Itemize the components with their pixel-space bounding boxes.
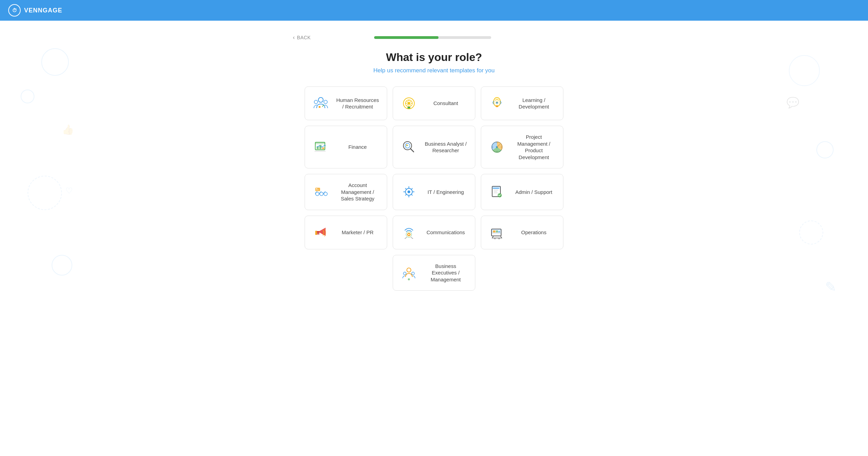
role-card-marketer[interactable]: Marketer / PR (305, 216, 387, 249)
role-grid-last-row: Business Executives / Management (305, 255, 563, 291)
role-card-human-resources[interactable]: Human Resources / Recruitment (305, 86, 387, 120)
decor-circle-4 (52, 255, 72, 276)
svg-rect-32 (494, 191, 497, 192)
role-card-analyst[interactable]: Business Analyst / Researcher (393, 126, 475, 168)
svg-rect-20 (315, 188, 320, 191)
svg-rect-33 (494, 193, 498, 193)
decor-circle-1 (41, 48, 69, 76)
decor-circle-2 (21, 90, 34, 103)
svg-rect-14 (315, 151, 326, 152)
logo-text: VENNGAGE (24, 7, 62, 14)
svg-rect-22 (316, 190, 319, 190)
executives-icon (400, 264, 418, 282)
role-card-engineering[interactable]: IT / Engineering (393, 174, 475, 210)
sales-label: Account Management / Sales Strategy (335, 182, 380, 202)
nav-bar: ‹ BACK (293, 34, 575, 41)
back-label: BACK (297, 35, 311, 40)
svg-point-46 (494, 238, 496, 239)
decor-circle-5 (789, 55, 820, 86)
svg-point-25 (324, 192, 327, 196)
marketer-label: Marketer / PR (335, 229, 380, 236)
role-card-consultant[interactable]: Consultant (393, 86, 475, 120)
decor-shape-1: ✎ (825, 279, 840, 294)
page-subheading: Help us recommend relevant templates for… (373, 67, 495, 74)
role-card-executives[interactable]: Business Executives / Management (393, 255, 475, 291)
finance-icon (312, 138, 330, 156)
role-card-learning[interactable]: Learning / Development (481, 86, 563, 120)
consultant-label: Consultant (423, 100, 468, 107)
admin-icon (488, 183, 506, 201)
role-card-finance[interactable]: Finance (305, 126, 387, 168)
svg-point-50 (412, 272, 414, 275)
logo: ⏱ VENNGAGE (8, 4, 62, 17)
decor-circle-3 (28, 176, 62, 210)
project-label: Project Management / Product Development (511, 134, 556, 160)
analyst-label: Business Analyst / Researcher (423, 141, 468, 154)
role-card-project[interactable]: Project Management / Product Development (481, 126, 563, 168)
role-card-operations[interactable]: Operations (481, 216, 563, 249)
svg-rect-13 (315, 142, 325, 144)
svg-rect-44 (498, 231, 500, 232)
decor-shape-4: 💬 (786, 96, 799, 108)
consultant-icon (400, 94, 418, 112)
svg-rect-3 (319, 106, 320, 108)
operations-icon (488, 224, 506, 241)
sales-icon (312, 183, 330, 201)
project-icon (488, 138, 506, 156)
back-arrow-icon: ‹ (293, 34, 295, 41)
svg-rect-36 (315, 231, 317, 235)
learning-label: Learning / Development (511, 97, 556, 110)
svg-rect-35 (317, 231, 319, 235)
svg-point-38 (408, 234, 410, 235)
svg-point-49 (403, 272, 406, 275)
svg-rect-10 (496, 105, 498, 106)
svg-rect-21 (316, 188, 317, 189)
svg-rect-31 (494, 190, 498, 190)
role-card-communications[interactable]: Communications (393, 216, 475, 249)
admin-label: Admin / Support (511, 189, 556, 196)
svg-point-47 (498, 238, 500, 239)
svg-rect-7 (407, 107, 410, 108)
progress-bar (374, 36, 491, 39)
analyst-icon (400, 138, 418, 156)
logo-icon: ⏱ (8, 4, 21, 17)
hr-icon (312, 94, 330, 112)
decor-shape-3: ♡ (65, 186, 73, 196)
role-card-sales[interactable]: Account Management / Sales Strategy (305, 174, 387, 210)
svg-point-2 (324, 100, 327, 104)
finance-label: Finance (335, 144, 380, 151)
svg-point-51 (408, 278, 410, 280)
engineering-label: IT / Engineering (423, 189, 468, 196)
role-grid: Human Resources / Recruitment Consultant (305, 86, 563, 249)
svg-point-48 (407, 268, 411, 272)
svg-point-27 (407, 190, 410, 193)
communications-label: Communications (423, 229, 468, 236)
svg-point-24 (320, 192, 323, 196)
engineering-icon (400, 183, 418, 201)
svg-point-1 (314, 100, 318, 104)
executives-label: Business Executives / Management (423, 263, 468, 283)
decor-circle-7 (799, 220, 823, 245)
decor-shape-2: 👍 (62, 124, 74, 135)
learning-icon (488, 94, 506, 112)
hr-label: Human Resources / Recruitment (335, 97, 380, 110)
operations-label: Operations (511, 229, 556, 236)
decor-circle-6 (816, 141, 834, 158)
communications-icon (400, 224, 418, 241)
svg-point-0 (318, 97, 323, 102)
svg-rect-11 (496, 106, 498, 107)
svg-point-6 (407, 102, 410, 105)
svg-rect-30 (492, 186, 500, 189)
svg-rect-45 (492, 232, 500, 233)
svg-point-23 (316, 192, 319, 196)
progress-fill (374, 36, 438, 39)
role-card-admin[interactable]: Admin / Support (481, 174, 563, 210)
svg-rect-42 (493, 230, 496, 232)
marketer-icon (312, 224, 330, 241)
svg-rect-43 (496, 230, 498, 232)
main-content: ✎ 👍 ♡ 💬 ‹ BACK What is your role? Help u… (0, 21, 868, 456)
back-button[interactable]: ‹ BACK (293, 34, 311, 41)
app-header: ⏱ VENNGAGE (0, 0, 868, 21)
svg-point-16 (405, 143, 410, 148)
page-heading: What is your role? (386, 51, 482, 64)
